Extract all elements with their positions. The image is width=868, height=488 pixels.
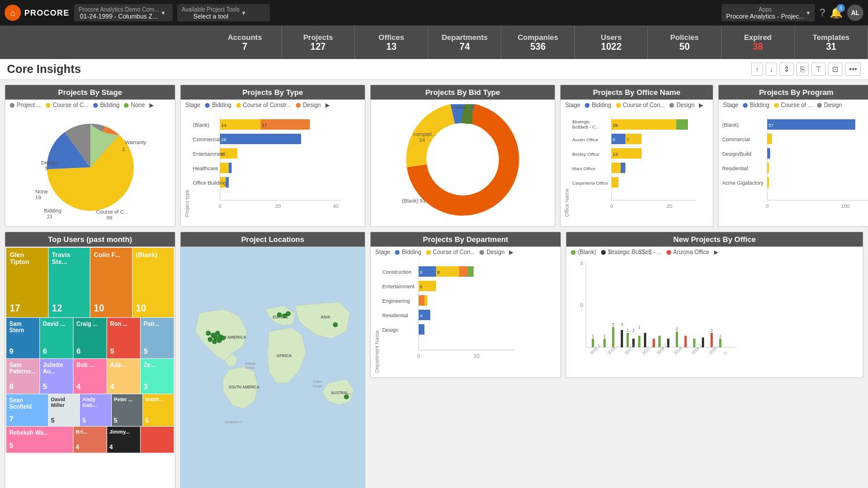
user-cell-craig[interactable]: Craig ... 6 [74, 318, 107, 358]
toolbar-updown[interactable]: ⇕ [779, 63, 794, 76]
notification-button[interactable]: 🔔 3 [830, 6, 843, 19]
svg-text:Bidding: Bidding [44, 208, 61, 214]
user-cell-travis[interactable]: Travis Ste... 12 [49, 248, 90, 317]
user-cell-ze[interactable]: Ze... 3 [141, 359, 174, 394]
toolbar-down[interactable]: ↓ [766, 63, 778, 76]
avatar-button[interactable]: AL [847, 5, 863, 21]
svg-rect-91[interactable] [419, 324, 424, 335]
svg-rect-101[interactable] [603, 339, 606, 347]
user-name: Ada... [110, 362, 137, 368]
user-cell-rebekah[interactable]: Rebekah Wa... 5 [6, 427, 73, 453]
user-cell-ada[interactable]: Ada... 4 [107, 359, 140, 394]
apps-dropdown[interactable]: Apps Procore Analytics - Projec... ▾ [721, 4, 815, 21]
svg-rect-52[interactable] [621, 163, 625, 173]
user-cell-extra[interactable] [141, 427, 174, 453]
svg-rect-67[interactable] [767, 163, 769, 173]
svg-rect-104[interactable] [627, 333, 629, 347]
tab-label: Projects [303, 33, 333, 42]
svg-text:2016 J...: 2016 J... [589, 342, 603, 355]
user-cell-david-miller[interactable]: David Miller 5 [49, 394, 79, 426]
svg-rect-103[interactable] [621, 330, 623, 347]
user-cell-andy[interactable]: Andy Gab... 5 [80, 394, 111, 426]
user-cell-sean[interactable]: Sean Scofield 7 [6, 394, 48, 426]
user-cell-sam-paterno[interactable]: Sam Paterno... 8 [6, 359, 39, 394]
svg-rect-100[interactable] [592, 339, 594, 347]
user-cell-blank[interactable]: (Blank) 10 [133, 248, 174, 317]
svg-rect-85[interactable] [419, 295, 424, 306]
user-cell-ron[interactable]: Ron ... 5 [107, 318, 140, 358]
project-dropdown[interactable]: Procore Analytics Demo Com... 01-24-1999… [74, 4, 173, 21]
user-cell-glen[interactable]: Glen Tipton 17 [6, 248, 48, 317]
user-name: Rebekah Wa... [9, 430, 70, 436]
svg-rect-108[interactable] [653, 339, 655, 347]
y-axis-label-office: Office Name [563, 111, 571, 219]
svg-rect-112[interactable] [684, 336, 687, 347]
svg-rect-65[interactable] [767, 148, 770, 159]
chart-projects-by-department-title: Projects By Department [371, 232, 561, 247]
help-button[interactable]: ? [819, 7, 825, 19]
svg-rect-106[interactable] [638, 336, 640, 347]
svg-rect-86[interactable] [424, 295, 427, 306]
svg-rect-107[interactable] [644, 333, 646, 347]
user-cell-colin[interactable]: Colin F... 10 [90, 248, 132, 317]
svg-text:24: 24 [419, 137, 425, 143]
chart-projects-by-program-title: Projects By Program [719, 85, 868, 100]
svg-rect-109[interactable] [658, 336, 661, 347]
svg-rect-12[interactable] [261, 119, 310, 130]
svg-text:Design/Build: Design/Build [722, 151, 752, 157]
tab-templates[interactable]: Templates 31 [795, 25, 869, 59]
toolbar-copy[interactable]: ⎘ [796, 63, 809, 76]
legend-dot-course-type [236, 103, 241, 108]
svg-rect-22[interactable] [220, 163, 229, 173]
user-cell-patr[interactable]: Patr... 5 [141, 318, 174, 358]
user-cell-juliette[interactable]: Juliette Au... 5 [40, 359, 73, 394]
user-count: 5 [114, 417, 140, 424]
svg-text:Commercial: Commercial [722, 137, 750, 142]
svg-rect-115[interactable] [710, 333, 713, 347]
tab-departments[interactable]: Departments 74 [428, 25, 502, 59]
svg-rect-38[interactable] [611, 119, 676, 130]
user-cell-bri[interactable]: Bri... 4 [74, 427, 107, 453]
user-cell-david[interactable]: David ... 6 [40, 318, 73, 358]
tools-dropdown[interactable]: Available Project Tools Select a tool ▾ [177, 4, 270, 21]
svg-rect-60[interactable] [767, 119, 855, 130]
tab-projects[interactable]: Projects 127 [282, 25, 356, 59]
tab-policies[interactable]: Policies 50 [648, 25, 721, 59]
svg-rect-63[interactable] [767, 134, 772, 144]
tab-offices[interactable]: Offices 13 [355, 25, 428, 59]
user-count: 9 [9, 347, 36, 355]
toolbar-more[interactable]: ••• [845, 63, 861, 76]
toolbar-expand[interactable]: ⊡ [828, 63, 843, 76]
svg-rect-16[interactable] [220, 134, 301, 144]
svg-rect-78[interactable] [468, 266, 474, 277]
chevron-down-icon: ▾ [162, 9, 165, 17]
user-cell-matth[interactable]: Matth... 5 [143, 394, 174, 426]
svg-text:Guara... 4: Guara... 4 [451, 104, 474, 110]
tab-expired[interactable]: Expired 38 [721, 25, 795, 59]
tab-companies[interactable]: Companies 536 [501, 25, 575, 59]
svg-rect-116[interactable] [719, 339, 721, 347]
svg-rect-113[interactable] [693, 339, 695, 347]
svg-text:2: 2 [710, 328, 713, 332]
svg-rect-69[interactable] [767, 177, 769, 188]
user-count: 10 [94, 303, 129, 314]
svg-rect-54[interactable] [611, 177, 618, 188]
user-cell-bob[interactable]: Bob ... 4 [74, 359, 107, 394]
user-name: Ze... [144, 362, 171, 368]
user-count: 4 [76, 443, 104, 450]
tab-users[interactable]: Users 1022 [575, 25, 649, 59]
svg-rect-23[interactable] [229, 163, 232, 173]
svg-rect-77[interactable] [459, 266, 468, 277]
tab-accounts[interactable]: Accounts 7 [208, 25, 282, 59]
user-cell-jimmy[interactable]: Jimmy... 4 [107, 427, 140, 453]
toolbar-up[interactable]: ↑ [751, 63, 763, 76]
svg-text:20: 20 [474, 353, 479, 359]
svg-rect-51[interactable] [611, 163, 621, 173]
user-cell-peter[interactable]: Peter ... 5 [112, 394, 142, 426]
user-cell-sam-stern[interactable]: Sam Stern 9 [6, 318, 39, 358]
svg-rect-39[interactable] [676, 119, 688, 130]
chart-project-locations-title: Project Locations [181, 232, 365, 247]
toolbar-filter[interactable]: ⊤ [811, 63, 826, 76]
svg-rect-111[interactable] [676, 332, 678, 347]
svg-text:Warranty: Warranty [125, 140, 147, 145]
